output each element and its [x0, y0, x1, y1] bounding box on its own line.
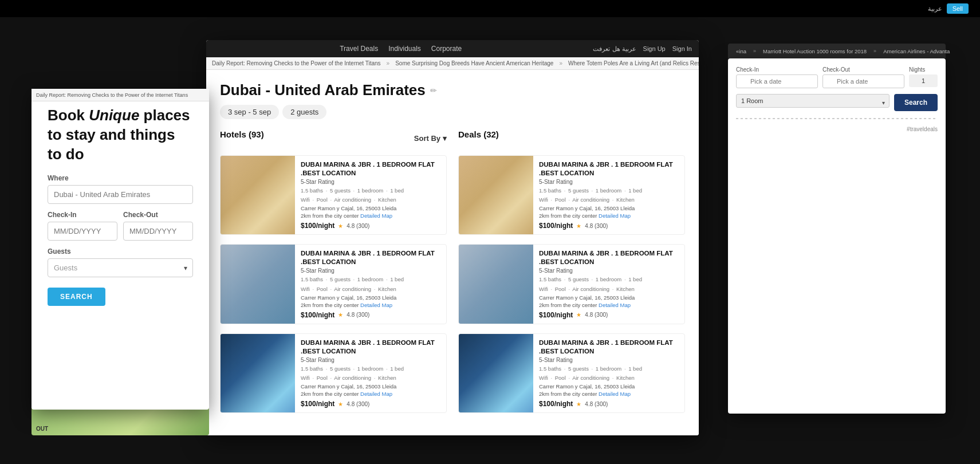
- deal-review-count: 4.8 (300): [585, 223, 608, 229]
- deal-card-distance: 2km from the city center Detailed Map: [539, 391, 679, 397]
- deal-card-info: DUBAI MARINA & JBR . 1 BEDROOM FLAT .BES…: [539, 156, 684, 234]
- card-facilities: Wifi · Pool · Air conditioning · Kitchen: [301, 285, 440, 293]
- right-browser: Check-In Check-Out Nights 1 1 Room 2 Roo…: [728, 58, 946, 414]
- listing-image: [221, 156, 295, 234]
- deal-stars: ★: [576, 312, 581, 318]
- nav-links: Travel Deals Individuals Corporate: [340, 45, 462, 53]
- card-address: Carrer Ramon y Cajal, 16, 25003 Lleida: [301, 205, 440, 211]
- tab-marriott[interactable]: Marriott Hotel Auction 1000 rooms for 20…: [759, 47, 870, 56]
- browser-news-bar: Daily Report: Removing Checks to the Pow…: [206, 57, 699, 70]
- card-amenities: 1.5 baths · 5 guests · 1 bedroom · 1 bed: [301, 187, 440, 194]
- date-row: Check-In Check-Out: [48, 211, 193, 247]
- sort-by-button[interactable]: Sort By ▾: [414, 134, 447, 143]
- deal-card-facilities: Wifi · Pool · Air conditioning · Kitchen: [539, 196, 679, 203]
- search-button[interactable]: SEARCH: [48, 288, 105, 306]
- detailed-map-link[interactable]: Detailed Map: [360, 391, 392, 397]
- hotels-sort-row: Hotels (93) Sort By ▾: [220, 129, 447, 147]
- deal-listing-image: [459, 156, 533, 234]
- listing-card[interactable]: DUBAI MARINA & JBR . 1 BEDROOM FLAT .BES…: [220, 155, 447, 235]
- tab-airlines[interactable]: American Airlines - Advanta: [880, 47, 953, 56]
- deal-price: $100/night: [539, 222, 573, 230]
- card-review-count: 4.8 (300): [347, 223, 369, 229]
- deal-listing-image: [459, 334, 533, 412]
- tab-item-1[interactable]: «ina: [733, 47, 750, 56]
- deal-review-count: 4.8 (300): [585, 312, 608, 318]
- left-stub-newsbar: Daily Report: Removing Checks to the Pow…: [32, 89, 209, 101]
- detailed-map-link[interactable]: Detailed Map: [360, 213, 392, 219]
- deal-map-link[interactable]: Detailed Map: [599, 391, 631, 397]
- card-price-row: $100/night ★ 4.8 (300): [301, 311, 440, 319]
- right-browser-tabbar: «ina » Marriott Hotel Auction 1000 rooms…: [728, 44, 946, 58]
- card-price-row: $100/night ★ 4.8 (300): [301, 400, 440, 408]
- nav-sign-in[interactable]: Sign In: [672, 45, 692, 52]
- browser-content: Dubai - United Arab Emirates ✏ 3 sep - 5…: [206, 70, 699, 435]
- deal-card-address: Carrer Ramon y Cajal, 16, 25003 Lleida: [539, 205, 679, 211]
- deal-card-facilities: Wifi · Pool · Air conditioning · Kitchen: [539, 285, 679, 293]
- hotels-column: Hotels (93) Sort By ▾ DUBAI MARINA & JBR…: [220, 129, 447, 422]
- rooms-select[interactable]: 1 Room 2 Rooms: [736, 94, 890, 108]
- deal-listing-card[interactable]: DUBAI MARINA & JBR . 1 BEDROOM FLAT .BES…: [458, 155, 685, 235]
- deal-stars: ★: [576, 223, 581, 229]
- deal-card-info: DUBAI MARINA & JBR . 1 BEDROOM FLAT .BES…: [539, 334, 684, 412]
- card-title: DUBAI MARINA & JBR . 1 BEDROOM FLAT .BES…: [301, 339, 440, 356]
- card-amenities: 1.5 baths · 5 guests · 1 bedroom · 1 bed: [301, 365, 440, 372]
- deal-listing-image: [459, 245, 533, 323]
- card-distance: 2km from the city center Detailed Map: [301, 213, 440, 219]
- card-review-count: 4.8 (300): [347, 401, 369, 407]
- checkin-field-group: Check-In: [736, 66, 818, 88]
- scene: عربية Sell Daily Report: Removing Checks…: [0, 0, 980, 464]
- deal-card-title: DUBAI MARINA & JBR . 1 BEDROOM FLAT .BES…: [539, 249, 679, 266]
- headline-line3: to stay and things: [48, 126, 175, 143]
- guests-select-wrap: Guests 1 Guest 2 Guests 3 Guests ▾: [48, 258, 193, 277]
- checkout-label: Check-Out: [123, 211, 193, 219]
- edit-icon[interactable]: ✏: [430, 86, 437, 95]
- checkin-input[interactable]: [48, 222, 117, 241]
- rooms-field-group: 1 Room 2 Rooms ▾: [736, 94, 890, 111]
- card-info: DUBAI MARINA & JBR . 1 BEDROOM FLAT .BES…: [301, 245, 446, 323]
- checkin-label: Check-In: [48, 211, 117, 219]
- news-item-1: Daily Report: Removing Checks to the Pow…: [212, 60, 381, 66]
- dates-pill[interactable]: 3 sep - 5 sep: [220, 105, 279, 119]
- divider: [736, 118, 938, 119]
- listing-card[interactable]: DUBAI MARINA & JBR . 1 BEDROOM FLAT .BES…: [220, 244, 447, 324]
- right-checkin-label: Check-In: [736, 66, 818, 73]
- nav-right-links: عربية هل تعرفت Sign Up Sign In: [593, 45, 692, 53]
- deals-column: Deals (32) DUBAI MARINA & JBR . 1 BEDROO…: [458, 129, 685, 422]
- deal-listing-card[interactable]: DUBAI MARINA & JBR . 1 BEDROOM FLAT .BES…: [458, 333, 685, 413]
- guests-pill[interactable]: 2 guests: [282, 105, 326, 119]
- browser-topbar: Travel Deals Individuals Corporate عربية…: [206, 40, 699, 57]
- where-label: Where: [48, 174, 193, 182]
- deal-card-amenities: 1.5 baths · 5 guests · 1 bedroom · 1 bed: [539, 187, 679, 194]
- nav-travel-deals[interactable]: Travel Deals: [340, 45, 378, 53]
- right-search-button[interactable]: Search: [894, 94, 938, 111]
- news-item-2: Some Surprising Dog Breeds Have Ancient …: [395, 60, 553, 66]
- checkout-input[interactable]: [123, 222, 193, 241]
- deal-card-rating: 5-Star Rating: [539, 268, 679, 274]
- deal-card-address: Carrer Ramon y Cajal, 16, 25003 Lleida: [539, 294, 679, 301]
- right-checkin-input[interactable]: [736, 74, 818, 88]
- deal-map-link[interactable]: Detailed Map: [599, 302, 631, 308]
- deal-map-link[interactable]: Detailed Map: [599, 213, 631, 219]
- nav-corporate[interactable]: Corporate: [431, 45, 462, 53]
- sell-button[interactable]: Sell: [947, 3, 969, 14]
- card-price: $100/night: [301, 400, 334, 408]
- hotel-form-row-rooms: 1 Room 2 Rooms ▾ Search: [736, 94, 938, 111]
- detailed-map-link[interactable]: Detailed Map: [360, 302, 392, 308]
- nav-arabic: عربية هل تعرفت: [593, 45, 636, 53]
- nav-individuals[interactable]: Individuals: [388, 45, 421, 53]
- right-checkout-input[interactable]: [822, 74, 904, 88]
- guests-select[interactable]: Guests 1 Guest 2 Guests 3 Guests: [48, 258, 193, 277]
- where-input[interactable]: [48, 185, 193, 204]
- card-stars: ★: [338, 312, 343, 318]
- nav-sign-up[interactable]: Sign Up: [643, 45, 666, 52]
- tab-sep-2: »: [873, 48, 876, 54]
- deal-card-distance: 2km from the city center Detailed Map: [539, 213, 679, 219]
- card-stars: ★: [338, 223, 343, 229]
- card-price: $100/night: [301, 222, 334, 230]
- listing-card[interactable]: DUBAI MARINA & JBR . 1 BEDROOM FLAT .BES…: [220, 333, 447, 413]
- top-ticker-bar: عربية Sell: [0, 0, 980, 17]
- deals-header-row: Deals (32): [458, 129, 685, 147]
- deal-listing-card[interactable]: DUBAI MARINA & JBR . 1 BEDROOM FLAT .BES…: [458, 244, 685, 324]
- left-news-text: Daily Report: Removing Checks to the Pow…: [36, 92, 188, 98]
- deal-card-title: DUBAI MARINA & JBR . 1 BEDROOM FLAT .BES…: [539, 339, 679, 356]
